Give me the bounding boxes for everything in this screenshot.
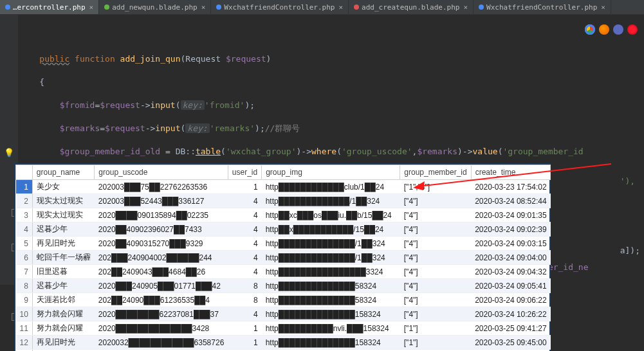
column-header[interactable]: user_id [228,165,261,180]
file-type-icon [354,4,359,10]
cell-group-member-id: ["4"] [400,208,471,222]
row-number: 7 [16,265,33,279]
cell-group-img: http██████████████58324 [262,293,400,307]
table-row[interactable]: 2现实太过现实202003███52443███3361274http█████… [16,194,551,208]
close-icon[interactable]: × [601,3,605,12]
editor-tab[interactable]: WxchatfriendController.php× [211,0,349,14]
table-row[interactable]: 1美少女202003███75██227622635361http███████… [16,180,551,194]
results-table: group_namegroup_uscodeuser_idgroup_imggr… [15,165,551,351]
cell-group-member-id: ["4"] [400,265,471,279]
cell-create-time: 2020-03-24 08:52:44 [471,194,550,208]
cell-user-id: 4 [228,194,261,208]
lightbulb-icon[interactable]: 💡 [4,147,14,159]
cell-group-member-id: ["1"] [400,321,471,336]
code-line: public function add_join_qun(Request $re… [19,53,644,65]
cell-create-time: 2020-03-24 09:02:39 [471,222,550,237]
cell-group-img: http██████████████58324 [262,279,400,293]
column-header[interactable]: group_name [32,165,95,180]
cell-group-uscode: 2020032████████████6358726 [95,336,228,350]
table-row[interactable]: 10努力就会闪耀2020████████62237081███374http██… [16,307,551,321]
editor-tab[interactable]: add_newqun.blade.php× [99,0,211,14]
cell-create-time: 2020-03-24 09:01:35 [471,208,550,222]
cell-create-time: 2020-03-24 09:06:22 [471,293,550,307]
cell-group-uscode: 2020███240905███01771███42 [95,279,228,293]
cell-user-id: 8 [228,279,261,293]
row-number: 3 [16,208,33,222]
row-number: 10 [16,307,33,321]
cell-group-member-id: ["4"] [400,237,471,251]
code-line: $fromid=$request->input(key:'fromid'); [19,100,644,111]
cell-group-name: 再见旧时光 [32,237,95,251]
code-line: $group_member_id_old = DB::table('wxchat… [19,146,644,158]
cell-group-name: 天涯若比邻 [32,293,95,307]
file-type-icon [104,4,109,10]
cell-group-member-id: ["4"] [400,251,471,265]
cell-group-uscode: 2020██████████████3428 [95,321,228,336]
cell-create-time: 2020-03-24 09:04:00 [471,251,550,265]
cell-user-id: 4 [228,307,261,321]
tab-label: add_newqun.blade.php [112,3,197,12]
cell-create-time: 2020-03-23 17:54:02 [471,180,550,194]
cell-group-img: http██████████nvli.███158324 [262,321,400,336]
cell-group-name: 现实太过现实 [32,194,95,208]
close-icon[interactable]: × [89,3,94,12]
cell-group-img: http██x███████████/15██24 [262,222,400,237]
cell-group-uscode: 202██24090███61236535██4 [95,293,228,307]
table-row[interactable]: 11努力就会闪耀2020██████████████34281http█████… [16,321,551,336]
column-header[interactable]: group_member_id [400,165,471,180]
file-type-icon [479,4,484,10]
cell-group-name: 再见旧时光 [32,336,95,350]
cell-group-member-id: ["4"] [400,279,471,293]
browser-icon[interactable] [613,24,623,35]
table-row[interactable]: 3现实太过现实2020████090135894██022354http██xc… [16,208,551,222]
close-icon[interactable]: × [338,3,343,12]
cell-group-name: 美少女 [32,180,95,194]
cell-user-id: 4 [228,237,261,251]
table-row[interactable]: 12再见旧时光2020032████████████63587261http██… [16,336,551,350]
cell-group-uscode: 202003███52443███336127 [95,194,228,208]
opera-icon[interactable] [627,24,638,35]
cell-group-name: 努力就会闪耀 [32,307,95,321]
editor-tab[interactable]: add_createqun.blade.php× [349,0,474,14]
cell-group-uscode: 2020██4090315270███9329 [95,237,228,251]
cell-create-time: 2020-03-24 10:26:22 [471,307,550,321]
close-icon[interactable]: × [463,3,468,12]
database-results-popup[interactable]: group_namegroup_uscodeuser_idgroup_imggr… [14,163,551,351]
code-tail: '), a]); [620,176,640,256]
cell-group-uscode: 202003███75██22762263536 [95,180,228,194]
editor-tab[interactable]: …ercontroller.php× [0,0,99,14]
table-row[interactable]: 4迟暮少年2020██40902396027██74334http██x████… [16,222,551,237]
column-header[interactable]: group_uscode [95,165,228,180]
table-row[interactable]: 6蛇回千年一场霾202███240904002██████2444http███… [16,251,551,265]
editor-tab[interactable]: WxchatfriendController.php× [474,0,611,14]
table-row[interactable]: 5再见旧时光2020██4090315270███93294http██████… [16,237,551,251]
cell-group-img: http██████████████/1██324 [262,237,400,251]
cell-user-id: 1 [228,180,261,194]
file-type-icon [5,4,10,10]
row-number: 4 [16,222,33,237]
cell-user-id: 4 [228,251,261,265]
row-number: 2 [16,194,33,208]
row-number: 5 [16,237,33,251]
column-header[interactable]: group_img [262,165,400,180]
cell-group-img: http█████████████/1██324 [262,194,400,208]
cell-group-name: 旧里迟暮 [32,265,95,279]
cell-group-member-id: ["1"] [400,336,471,350]
table-row[interactable]: 8迟暮少年2020███240905███01771███428http████… [16,279,551,293]
cell-group-member-id: ["4"] [400,222,471,237]
cell-group-name: 努力就会闪耀 [32,321,95,336]
table-row[interactable]: 9天涯若比邻202██24090███61236535██48http█████… [16,293,551,307]
column-header[interactable]: create_time [471,165,550,180]
table-row[interactable]: 7旧里迟暮202██2409043███4684██264http███████… [16,265,551,279]
cell-group-uscode: 2020████090135894██02235 [95,208,228,222]
firefox-icon[interactable] [599,24,609,35]
cell-group-img: http██████████████158324 [262,336,400,350]
cell-create-time: 2020-03-25 09:41:27 [471,321,550,336]
tab-label: add_createqun.blade.php [362,3,459,12]
close-icon[interactable]: × [201,3,206,12]
row-number: 12 [16,336,33,350]
cell-group-name: 现实太过现实 [32,208,95,222]
browser-icons [585,24,638,35]
column-header[interactable] [16,165,33,180]
chrome-icon[interactable] [585,24,595,35]
